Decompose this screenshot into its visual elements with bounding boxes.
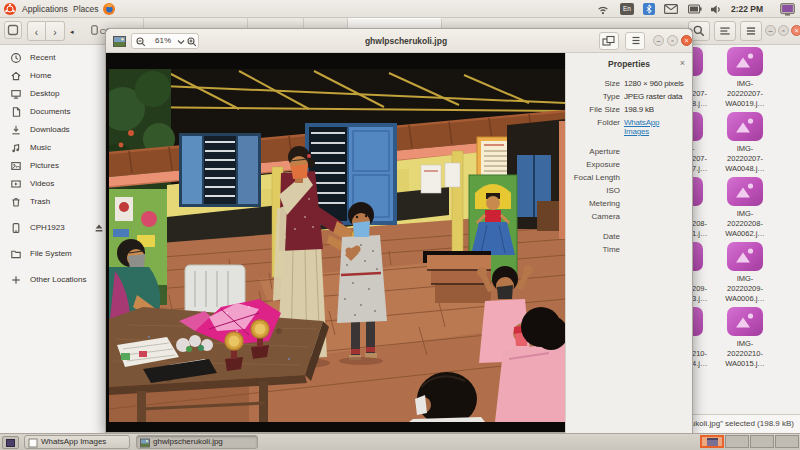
viewer-close-button[interactable]: × bbox=[681, 35, 692, 46]
task-whatsapp-images[interactable]: WhatsApp Images bbox=[24, 435, 130, 449]
ubuntu-logo-icon[interactable] bbox=[4, 3, 16, 15]
sidebar-item-cph1923[interactable]: CPH1923 bbox=[0, 219, 109, 237]
image-glyph-icon bbox=[727, 307, 763, 336]
sidebar-item-recent[interactable]: Recent bbox=[0, 49, 109, 67]
file-name-fragment[interactable]: 8.j… bbox=[692, 99, 718, 109]
gallery-button[interactable] bbox=[599, 32, 619, 50]
window-icon bbox=[28, 438, 38, 448]
folder-link[interactable]: WhatsApp Images bbox=[624, 118, 680, 136]
gallery-icon bbox=[602, 35, 616, 47]
files-app-icon[interactable] bbox=[4, 21, 22, 39]
desktop-icon bbox=[6, 439, 15, 447]
sidebar: Recent Home Desktop Documents Downloads … bbox=[0, 45, 110, 433]
phone-icon bbox=[91, 25, 98, 35]
properties-close-icon[interactable]: × bbox=[680, 58, 685, 68]
sidebar-item-videos[interactable]: Videos bbox=[0, 175, 109, 193]
back-button[interactable]: ‹ bbox=[27, 21, 46, 41]
file-name[interactable]: IMG- bbox=[705, 339, 785, 349]
tab-scroll-left-icon[interactable]: ◂ bbox=[70, 28, 74, 36]
wifi-icon[interactable] bbox=[597, 3, 609, 15]
file-name-fragment[interactable]: 1.j… bbox=[692, 229, 718, 239]
file-name-fragment[interactable]: 209- bbox=[692, 284, 718, 294]
zoom-out-icon[interactable] bbox=[135, 36, 147, 48]
forward-button[interactable]: › bbox=[46, 21, 65, 41]
image-viewer-window: 61% ghwlpscherukoli.jpg – ▫ × bbox=[105, 28, 693, 433]
file-name[interactable]: IMG- bbox=[705, 209, 785, 219]
property-row-date: Date bbox=[566, 232, 692, 241]
image-thumbnail[interactable] bbox=[727, 177, 763, 206]
search-icon bbox=[692, 24, 706, 38]
places-menu[interactable]: Places bbox=[73, 0, 99, 18]
sidebar-item-documents[interactable]: Documents bbox=[0, 103, 109, 121]
image-file-icon bbox=[113, 36, 126, 47]
bluetooth-icon[interactable] bbox=[643, 3, 655, 15]
file-name[interactable]: IMG- bbox=[705, 274, 785, 284]
phone-icon bbox=[10, 222, 22, 234]
workspace-2[interactable] bbox=[725, 435, 749, 448]
file-name-fragment[interactable]: 3.j… bbox=[692, 294, 718, 304]
property-row-folder: FolderWhatsApp Images bbox=[566, 118, 692, 136]
file-name-fragment[interactable]: 210- bbox=[692, 349, 718, 359]
task-ghwlpscherukoli[interactable]: ghwlpscherukoli.jpg bbox=[136, 435, 258, 449]
eject-icon[interactable] bbox=[94, 223, 104, 233]
sidebar-item-pictures[interactable]: Pictures bbox=[0, 157, 109, 175]
file-name[interactable]: IMG- bbox=[705, 79, 785, 89]
show-desktop-button[interactable] bbox=[2, 436, 19, 449]
image-thumbnail[interactable] bbox=[727, 307, 763, 336]
viewer-minimize-button[interactable]: – bbox=[653, 35, 664, 46]
workspace-1[interactable] bbox=[700, 435, 724, 448]
firefox-icon[interactable] bbox=[103, 3, 115, 15]
sidebar-item-music[interactable]: Music bbox=[0, 139, 109, 157]
viewer-menu-button[interactable] bbox=[625, 32, 645, 50]
image-thumbnail[interactable] bbox=[727, 242, 763, 271]
zoom-level[interactable]: 61% bbox=[150, 34, 176, 48]
image-file-icon bbox=[140, 438, 150, 448]
volume-icon[interactable] bbox=[710, 4, 722, 15]
zoom-in-icon[interactable] bbox=[186, 36, 198, 48]
minimize-button[interactable]: – bbox=[765, 25, 776, 36]
viewer-maximize-button[interactable]: ▫ bbox=[667, 35, 678, 46]
image-thumbnail[interactable] bbox=[727, 47, 763, 76]
property-row-exposure: Exposure bbox=[566, 160, 692, 169]
sidebar-item-desktop[interactable]: Desktop bbox=[0, 85, 109, 103]
sidebar-item-home[interactable]: Home bbox=[0, 67, 109, 85]
keyboard-layout-indicator[interactable]: En bbox=[620, 3, 634, 15]
clock[interactable]: 2:22 PM bbox=[731, 0, 763, 18]
file-name-fragment[interactable]: 207- bbox=[692, 154, 718, 164]
image-thumbnail[interactable] bbox=[727, 112, 763, 141]
properties-title: Properties bbox=[566, 53, 692, 69]
workspace-4[interactable] bbox=[775, 435, 799, 448]
file-name-fragment[interactable]: 7.j… bbox=[692, 164, 718, 174]
file-name-fragment[interactable]: 208- bbox=[692, 219, 718, 229]
property-row-metering: Metering bbox=[566, 199, 692, 208]
menu-button[interactable] bbox=[740, 21, 762, 41]
folder-icon bbox=[10, 248, 22, 260]
property-row-focal-length: Focal Length bbox=[566, 173, 692, 182]
display-icon[interactable] bbox=[780, 3, 795, 16]
bottom-taskbar: WhatsApp Images ghwlpscherukoli.jpg bbox=[0, 433, 800, 450]
list-view-button[interactable] bbox=[714, 21, 736, 41]
image-glyph-icon bbox=[727, 112, 763, 141]
battery-icon[interactable] bbox=[688, 4, 702, 14]
list-view-icon bbox=[718, 24, 732, 38]
mail-icon[interactable] bbox=[664, 4, 678, 14]
hamburger-icon bbox=[744, 24, 758, 38]
close-button[interactable]: × bbox=[791, 25, 800, 36]
sidebar-item-trash[interactable]: Trash bbox=[0, 193, 109, 211]
sidebar-item-file-system[interactable]: File System bbox=[0, 245, 109, 263]
workspace-3[interactable] bbox=[750, 435, 774, 448]
hamburger-icon bbox=[629, 35, 643, 47]
file-name-fragment[interactable]: - bbox=[692, 144, 718, 154]
property-row-camera: Camera bbox=[566, 212, 692, 221]
applications-menu[interactable]: Applications bbox=[22, 0, 68, 18]
sidebar-item-downloads[interactable]: Downloads bbox=[0, 121, 109, 139]
sidebar-item-other-locations[interactable]: Other Locations bbox=[0, 271, 109, 289]
home-icon bbox=[10, 70, 22, 82]
property-row-aperture: Aperture bbox=[566, 147, 692, 156]
chevron-down-icon[interactable] bbox=[177, 39, 185, 45]
property-row-file-size: File Size198.9 kB bbox=[566, 105, 692, 114]
desktop: ‹ › ◂ CPH1923 Internal shared storage Wh… bbox=[0, 0, 800, 450]
file-name-fragment[interactable]: 207- bbox=[692, 89, 718, 99]
maximize-button[interactable]: ▫ bbox=[778, 25, 789, 36]
file-name-fragment[interactable]: 4.j… bbox=[692, 359, 718, 369]
